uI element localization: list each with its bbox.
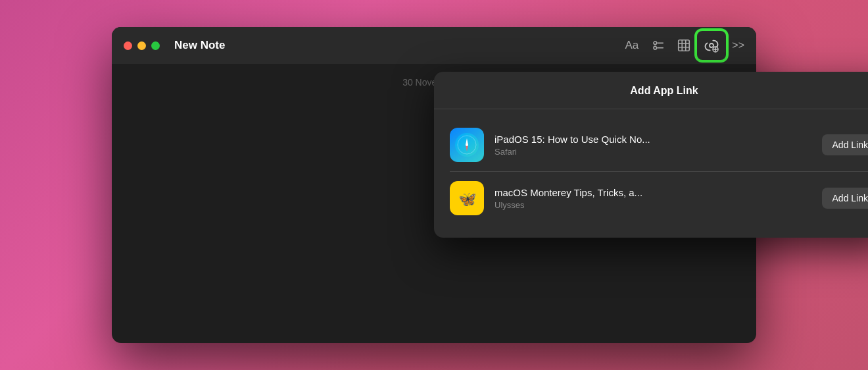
- add-link-safari-button[interactable]: Add Link: [822, 134, 868, 155]
- add-link-ulysses-button[interactable]: Add Link: [822, 188, 868, 209]
- ulysses-link-text: macOS Monterey Tips, Tricks, a... Ulysse…: [494, 187, 811, 210]
- svg-text:🦋: 🦋: [458, 190, 477, 208]
- ulysses-link-subtitle: Ulysses: [494, 200, 811, 210]
- checklist-icon[interactable]: [650, 38, 665, 53]
- table-icon[interactable]: [677, 38, 691, 53]
- safari-link-text: iPadOS 15: How to Use Quick No... Safari: [494, 134, 811, 157]
- traffic-lights: [124, 41, 160, 50]
- font-size-icon[interactable]: Aa: [625, 39, 639, 52]
- svg-point-16: [466, 144, 468, 146]
- window-title: New Note: [174, 39, 225, 52]
- add-app-link-button[interactable]: [703, 37, 720, 54]
- ulysses-app-icon: 🦋: [450, 181, 484, 215]
- safari-link-subtitle: Safari: [494, 147, 811, 157]
- safari-link-title: iPadOS 15: How to Use Quick No...: [494, 134, 811, 145]
- svg-point-0: [654, 41, 657, 45]
- popup-divider: [434, 109, 868, 109]
- toolbar-icons: Aa: [625, 37, 744, 54]
- svg-rect-4: [679, 40, 690, 51]
- add-app-link-popup: Add App Link: [434, 72, 868, 238]
- notes-window: New Note Aa: [112, 27, 756, 343]
- titlebar: New Note Aa: [112, 27, 756, 64]
- popup-title: Add App Link: [450, 85, 868, 97]
- ulysses-link-title: macOS Monterey Tips, Tricks, a...: [494, 187, 811, 198]
- link-item-ulysses: 🦋 macOS Monterey Tips, Tricks, a... Ulys…: [450, 171, 868, 222]
- safari-app-icon: [450, 128, 484, 162]
- svg-point-2: [654, 46, 657, 49]
- minimize-button[interactable]: [137, 41, 146, 50]
- more-options-button[interactable]: >>: [732, 40, 744, 51]
- close-button[interactable]: [124, 41, 132, 50]
- link-item-safari: iPadOS 15: How to Use Quick No... Safari…: [450, 121, 868, 169]
- maximize-button[interactable]: [151, 41, 160, 50]
